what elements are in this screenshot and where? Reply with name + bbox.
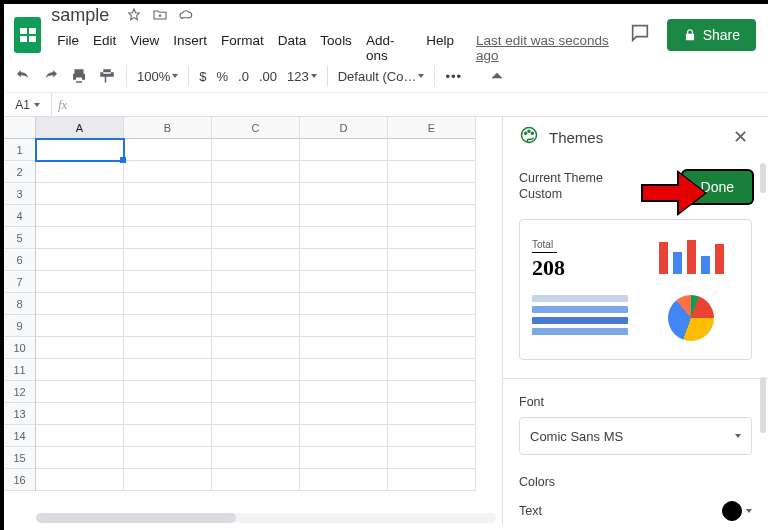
cell[interactable] xyxy=(124,359,212,381)
cell[interactable] xyxy=(212,447,300,469)
cell[interactable] xyxy=(388,227,476,249)
menu-format[interactable]: Format xyxy=(215,30,270,66)
cell[interactable] xyxy=(124,403,212,425)
share-button[interactable]: Share xyxy=(667,19,756,51)
cell[interactable] xyxy=(300,161,388,183)
cell[interactable] xyxy=(124,425,212,447)
cell[interactable] xyxy=(36,447,124,469)
select-all-corner[interactable] xyxy=(4,117,36,139)
cell[interactable] xyxy=(212,359,300,381)
name-box[interactable]: A1 xyxy=(4,93,52,116)
percent-icon[interactable]: % xyxy=(216,69,228,84)
cell[interactable] xyxy=(300,315,388,337)
increase-decimal-icon[interactable]: .00 xyxy=(259,69,277,84)
theme-font-dropdown[interactable]: Comic Sans MS xyxy=(519,417,752,455)
zoom-dropdown[interactable]: 100% xyxy=(137,69,178,84)
row-header[interactable]: 9 xyxy=(4,315,36,337)
cell[interactable] xyxy=(388,315,476,337)
cell[interactable] xyxy=(300,425,388,447)
menu-edit[interactable]: Edit xyxy=(87,30,122,66)
cell[interactable] xyxy=(124,183,212,205)
cell[interactable] xyxy=(212,293,300,315)
cell[interactable] xyxy=(212,315,300,337)
cell[interactable] xyxy=(124,227,212,249)
cell[interactable] xyxy=(388,469,476,491)
cell[interactable] xyxy=(212,139,300,161)
doc-title[interactable]: sample xyxy=(51,5,109,26)
row-header[interactable]: 8 xyxy=(4,293,36,315)
cell[interactable] xyxy=(36,271,124,293)
column-header[interactable]: D xyxy=(300,117,388,139)
move-folder-icon[interactable] xyxy=(152,7,168,23)
cell[interactable] xyxy=(212,337,300,359)
cell[interactable] xyxy=(36,425,124,447)
cell[interactable] xyxy=(124,139,212,161)
cell[interactable] xyxy=(388,447,476,469)
cell[interactable] xyxy=(36,315,124,337)
cell[interactable] xyxy=(300,293,388,315)
cell[interactable] xyxy=(300,359,388,381)
menu-addons[interactable]: Add-ons xyxy=(360,30,418,66)
cell[interactable] xyxy=(212,271,300,293)
cell[interactable] xyxy=(300,139,388,161)
cell[interactable] xyxy=(388,359,476,381)
cell[interactable] xyxy=(300,249,388,271)
row-header[interactable]: 6 xyxy=(4,249,36,271)
cell[interactable] xyxy=(300,205,388,227)
redo-icon[interactable] xyxy=(42,67,60,85)
panel-scrollbar[interactable] xyxy=(760,377,766,433)
cell[interactable] xyxy=(36,293,124,315)
cell[interactable] xyxy=(124,337,212,359)
cell[interactable] xyxy=(36,227,124,249)
cell[interactable] xyxy=(36,469,124,491)
cell[interactable] xyxy=(300,337,388,359)
row-header[interactable]: 10 xyxy=(4,337,36,359)
cell[interactable] xyxy=(212,381,300,403)
cell[interactable] xyxy=(124,469,212,491)
close-icon[interactable]: ✕ xyxy=(729,122,752,152)
cell[interactable] xyxy=(388,337,476,359)
last-edit-link[interactable]: Last edit was seconds ago xyxy=(470,30,629,66)
cell[interactable] xyxy=(36,139,124,161)
cell[interactable] xyxy=(124,315,212,337)
cell[interactable] xyxy=(388,205,476,227)
row-header[interactable]: 14 xyxy=(4,425,36,447)
cell[interactable] xyxy=(124,381,212,403)
column-header[interactable]: A xyxy=(36,117,124,139)
star-icon[interactable] xyxy=(126,7,142,23)
cell[interactable] xyxy=(300,271,388,293)
row-header[interactable]: 15 xyxy=(4,447,36,469)
column-header[interactable]: B xyxy=(124,117,212,139)
cell[interactable] xyxy=(124,271,212,293)
cell[interactable] xyxy=(124,205,212,227)
print-icon[interactable] xyxy=(70,67,88,85)
row-header[interactable]: 16 xyxy=(4,469,36,491)
menu-file[interactable]: File xyxy=(51,30,85,66)
menu-data[interactable]: Data xyxy=(272,30,313,66)
undo-icon[interactable] xyxy=(14,67,32,85)
theme-preview-card[interactable]: Total 208 xyxy=(519,219,752,360)
row-header[interactable]: 4 xyxy=(4,205,36,227)
cell[interactable] xyxy=(36,359,124,381)
row-header[interactable]: 1 xyxy=(4,139,36,161)
cell[interactable] xyxy=(212,469,300,491)
paint-format-icon[interactable] xyxy=(98,67,116,85)
cell[interactable] xyxy=(36,161,124,183)
text-color-picker[interactable] xyxy=(722,501,752,521)
cell[interactable] xyxy=(36,205,124,227)
cell[interactable] xyxy=(388,161,476,183)
menu-insert[interactable]: Insert xyxy=(167,30,213,66)
menu-help[interactable]: Help xyxy=(420,30,460,66)
cell[interactable] xyxy=(388,183,476,205)
sheets-logo-icon[interactable] xyxy=(14,17,41,53)
cell[interactable] xyxy=(212,205,300,227)
cell[interactable] xyxy=(212,403,300,425)
cell[interactable] xyxy=(212,227,300,249)
cell[interactable] xyxy=(36,381,124,403)
currency-icon[interactable]: $ xyxy=(199,69,206,84)
spreadsheet-grid[interactable]: ABCDE 12345678910111213141516 xyxy=(4,117,502,525)
row-header[interactable]: 11 xyxy=(4,359,36,381)
cell[interactable] xyxy=(300,469,388,491)
cell[interactable] xyxy=(300,227,388,249)
horizontal-scrollbar[interactable] xyxy=(36,513,496,523)
